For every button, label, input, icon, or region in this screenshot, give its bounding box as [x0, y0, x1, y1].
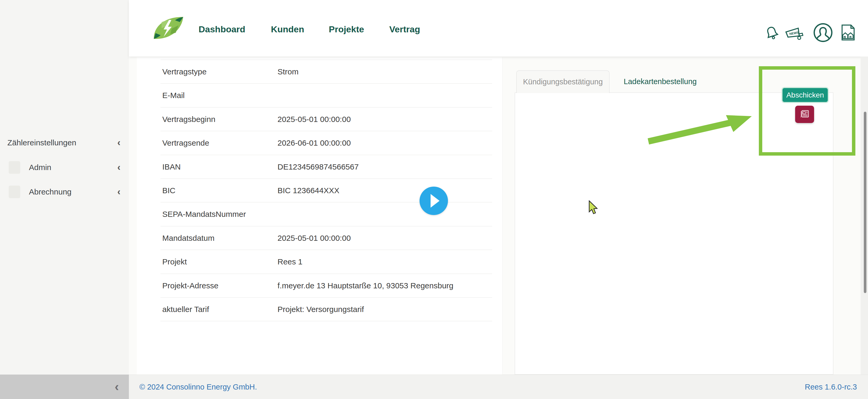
news-megaphone-icon[interactable]: NEWS — [784, 24, 804, 43]
row-value: Strom — [278, 67, 299, 76]
table-row: aktueller Tarif Projekt: Versorgungstari… — [160, 297, 492, 321]
row-label: aktueller Tarif — [162, 305, 209, 314]
generate-pdf-button[interactable] — [795, 106, 814, 123]
sidebar-item-abrechnung[interactable]: Abrechnung ‹ — [0, 184, 129, 200]
footer: © 2024 Consolinno Energy GmbH. Rees 1.6.… — [129, 374, 868, 399]
row-value: BIC 1236644XXX — [278, 186, 339, 195]
sidebar-collapse-bar[interactable]: ‹ — [0, 374, 129, 399]
top-header: Dashboard Kunden Projekte Vertrag NEWS — [129, 0, 868, 57]
table-row: Projekt Rees 1 — [160, 250, 492, 273]
row-label: Projekt-Adresse — [162, 281, 218, 290]
notification-bell-icon[interactable] — [764, 25, 780, 42]
table-row: Vertragsende 2026-06-01 00:00:00 — [160, 131, 492, 155]
table-row: Mandatsdatum 2025-05-01 00:00:00 — [160, 226, 492, 250]
abschicken-button[interactable]: Abschicken — [782, 88, 828, 102]
brand-leaf-logo[interactable] — [151, 15, 185, 41]
table-row: Vertragstype Strom — [160, 60, 492, 83]
tab-label: Ladekartenbestellung — [624, 77, 696, 86]
nav-dashboard[interactable]: Dashboard — [198, 24, 245, 34]
chevron-left-icon: ‹ — [117, 187, 121, 197]
table-row: Projekt-Adresse f.meyer.de 13 Hauptstarß… — [160, 274, 492, 297]
page-scrollbar-track[interactable] — [861, 57, 868, 374]
row-label: E-Mail — [162, 91, 185, 100]
row-value: 2026-06-01 00:00:00 — [278, 138, 351, 147]
app-window: Zählereinstellungen ‹ Admin ‹ Abrechnung… — [0, 0, 868, 399]
tab-ladekartenbestellung[interactable]: Ladekartenbestellung — [613, 70, 708, 93]
table-row: E-Mail — [160, 83, 492, 107]
collapse-sidebar-icon[interactable]: ‹ — [115, 379, 119, 394]
row-value: Rees 1 — [278, 257, 303, 266]
version-label: Rees 1.6.0-rc.3 — [805, 383, 857, 391]
abschicken-label: Abschicken — [786, 91, 824, 99]
row-value: 2025-05-01 00:00:00 — [278, 234, 351, 243]
chevron-left-icon: ‹ — [117, 138, 121, 147]
sidebar-item-label: Abrechnung — [29, 188, 71, 196]
row-label: Projekt — [162, 257, 187, 266]
sidebar-item-label: Admin — [29, 163, 51, 172]
row-label: Mandatsdatum — [162, 234, 214, 243]
row-label: IBAN — [162, 162, 181, 171]
row-label: BIC — [162, 186, 176, 195]
chevron-left-icon: ‹ — [117, 163, 121, 172]
play-tour-button[interactable] — [420, 187, 448, 215]
news-text: NEWS — [789, 31, 799, 36]
nav-vertrag[interactable]: Vertrag — [389, 24, 420, 34]
user-account-icon[interactable] — [813, 22, 833, 44]
copyright-link[interactable]: © 2024 Consolinno Energy GmbH. — [140, 383, 257, 391]
row-value: DE1234569874566567 — [278, 162, 359, 171]
project-report-icon[interactable] — [839, 24, 857, 43]
tab-kuendigungsbestaetigung[interactable]: Kündigungsbestätigung — [516, 70, 610, 93]
play-icon — [431, 194, 439, 208]
invoice-icon — [9, 186, 20, 198]
sidebar: Zählereinstellungen ‹ Admin ‹ Abrechnung… — [0, 0, 129, 399]
nav-projekte[interactable]: Projekte — [329, 24, 364, 34]
newspaper-icon — [800, 109, 810, 119]
row-label: Vertragsende — [162, 138, 209, 147]
row-value: f.meyer.de 13 Hauptstarße 10, 93053 Rege… — [278, 281, 454, 290]
row-label: Vertragstype — [162, 67, 207, 76]
table-row: IBAN DE1234569874566567 — [160, 155, 492, 178]
sidebar-item-admin[interactable]: Admin ‹ — [0, 159, 129, 176]
folder-icon — [9, 161, 20, 174]
sidebar-item-label: Zählereinstellungen — [7, 138, 76, 147]
row-label: SEPA-MandatsNummer — [162, 210, 246, 219]
table-row: Vertragsbeginn 2025-05-01 00:00:00 — [160, 107, 492, 131]
page-scrollbar-thumb[interactable] — [864, 112, 866, 293]
sidebar-item-zaehlereinstellungen[interactable]: Zählereinstellungen ‹ — [0, 134, 129, 151]
tab-label: Kündigungsbestätigung — [523, 77, 602, 86]
row-value: Projekt: Versorgungstarif — [278, 305, 364, 314]
nav-kunden[interactable]: Kunden — [271, 24, 304, 34]
row-value: 2025-05-01 00:00:00 — [278, 115, 351, 124]
row-label: Vertragsbeginn — [162, 115, 215, 124]
